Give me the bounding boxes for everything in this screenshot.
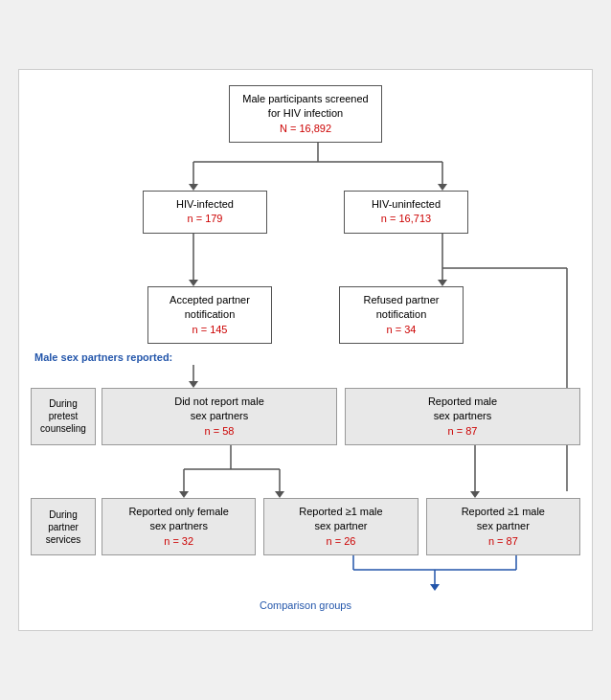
hiv-uninfected-box: HIV-uninfected n = 16,713 xyxy=(344,191,468,234)
partner-label-box: During partner services xyxy=(31,498,96,555)
one-male2-line3: n = 87 xyxy=(435,534,572,549)
reported-male-line3: n = 87 xyxy=(353,424,572,439)
reported-male-line1: Reported male xyxy=(353,395,572,409)
comparison-text: Comparison groups xyxy=(260,599,351,611)
refused-line2: notification xyxy=(348,307,455,322)
accepted-line2: notification xyxy=(156,307,263,322)
only-female-line2: sex partners xyxy=(110,519,247,533)
hiv-infected-box: HIV-infected n = 179 xyxy=(143,191,267,234)
svg-marker-5 xyxy=(438,184,447,191)
reported-male-line2: sex partners xyxy=(353,409,572,423)
top-line3: N = 16,892 xyxy=(238,122,373,136)
diagram-container: Male participants screened for HIV infec… xyxy=(18,69,593,631)
arrows-level2 xyxy=(31,234,605,286)
refused-line1: Refused partner xyxy=(348,293,455,307)
diagram-inner: Male participants screened for HIV infec… xyxy=(31,85,580,611)
did-not-report-line2: sex partners xyxy=(110,409,328,423)
pretest-label: During pretest counseling xyxy=(35,397,91,435)
section-label: Male sex partners reported: xyxy=(31,351,580,363)
did-not-report-box: Did not report male sex partners n = 58 xyxy=(102,388,337,445)
svg-marker-3 xyxy=(189,184,198,191)
did-not-report-line3: n = 58 xyxy=(110,424,328,439)
only-female-box: Reported only female sex partners n = 32 xyxy=(102,498,256,555)
arrows-level1 xyxy=(31,143,605,191)
reported-male-box: Reported male sex partners n = 87 xyxy=(345,388,580,445)
hiv-uninfected-line2: n = 16,713 xyxy=(352,212,460,226)
notification-row: Accepted partner notification n = 145 Re… xyxy=(31,286,580,344)
pretest-label-box: During pretest counseling xyxy=(31,388,96,445)
top-line1: Male participants screened xyxy=(238,92,373,106)
accepted-line1: Accepted partner xyxy=(156,293,263,307)
pretest-boxes: Did not report male sex partners n = 58 … xyxy=(102,388,580,445)
one-male2-line2: sex partner xyxy=(435,519,572,533)
one-male-partner2-box: Reported ≥1 male sex partner n = 87 xyxy=(426,498,580,555)
svg-marker-15 xyxy=(179,491,189,498)
arrows-level3 xyxy=(31,365,605,388)
svg-marker-9 xyxy=(438,280,447,286)
top-line2: for HIV infection xyxy=(238,106,373,121)
hiv-infected-line1: HIV-infected xyxy=(151,197,259,212)
only-female-line1: Reported only female xyxy=(110,505,247,519)
top-box: Male participants screened for HIV infec… xyxy=(229,85,382,143)
pretest-row: During pretest counseling Did not report… xyxy=(31,388,580,445)
partner-boxes: Reported only female sex partners n = 32… xyxy=(102,498,580,555)
one-male-line1: Reported ≥1 male xyxy=(272,505,409,519)
refused-box: Refused partner notification n = 34 xyxy=(339,286,464,344)
arrows-level4 xyxy=(31,445,605,498)
svg-marker-7 xyxy=(189,280,198,286)
partner-label: During partner services xyxy=(35,508,91,546)
svg-marker-27 xyxy=(430,584,440,591)
comparison-label: Comparison groups xyxy=(31,599,580,611)
comparison-arrows xyxy=(31,555,605,594)
hiv-row: HIV-infected n = 179 HIV-uninfected n = … xyxy=(31,191,580,234)
partner-row: During partner services Reported only fe… xyxy=(31,498,580,555)
one-male-line3: n = 26 xyxy=(272,534,409,549)
one-male-line2: sex partner xyxy=(272,519,409,533)
svg-marker-19 xyxy=(470,491,480,498)
refused-line3: n = 34 xyxy=(348,323,455,337)
accepted-line3: n = 145 xyxy=(156,323,263,337)
accepted-box: Accepted partner notification n = 145 xyxy=(147,286,272,344)
hiv-infected-line2: n = 179 xyxy=(151,212,259,226)
hiv-uninfected-line1: HIV-uninfected xyxy=(352,197,460,212)
svg-marker-17 xyxy=(275,491,284,498)
one-male-partner-box: Reported ≥1 male sex partner n = 26 xyxy=(263,498,418,555)
one-male2-line1: Reported ≥1 male xyxy=(435,505,572,519)
only-female-line3: n = 32 xyxy=(110,534,247,549)
did-not-report-line1: Did not report male xyxy=(110,395,328,409)
svg-marker-11 xyxy=(189,381,198,388)
